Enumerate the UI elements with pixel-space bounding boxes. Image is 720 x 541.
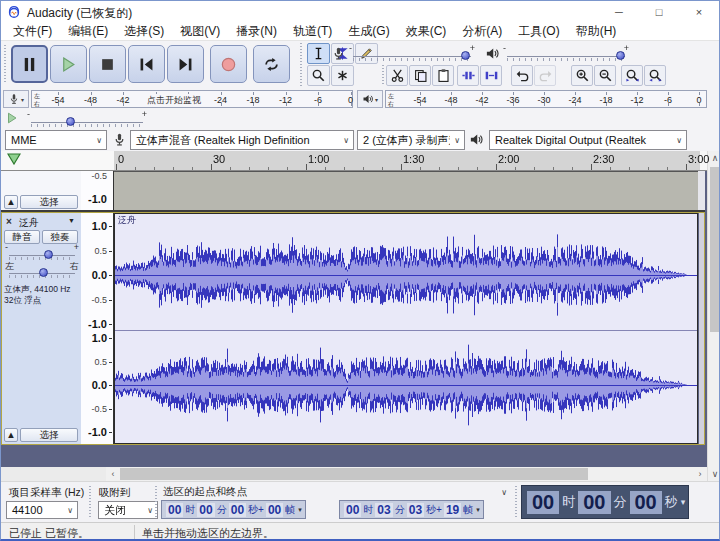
scroll-left-button[interactable]: ‹ [106,467,120,481]
skip-start-button[interactable] [128,45,165,83]
menu-tracks[interactable]: 轨道(T) [285,23,340,40]
select-track-button[interactable]: 选择 [20,428,78,442]
time-digits[interactable]: 00 [578,491,610,514]
menu-effect[interactable]: 效果(C) [398,23,455,40]
partial-track-vertical-ruler[interactable]: -0.5 -1.0 [81,171,113,211]
chevron-down-icon[interactable]: ▾ [298,506,302,514]
undo-button[interactable] [511,65,533,86]
audio-host-combo[interactable]: MME ∨ [5,130,107,150]
time-digits[interactable]: 00 [527,491,559,514]
pause-button[interactable] [11,45,48,83]
multi-tool-button[interactable] [331,65,354,86]
zoom-to-selection-button[interactable] [621,65,643,86]
horizontal-scrollbar[interactable]: ‹ › [1,467,707,481]
redo-button[interactable] [534,65,556,86]
solo-button[interactable]: 独奏 [42,230,78,244]
horizontal-scrollbar-thumb[interactable] [120,468,588,480]
zoom-fit-project-button[interactable] [644,65,666,86]
partial-track-content[interactable] [114,171,698,211]
slider-thumb[interactable] [44,250,53,259]
track-vertical-ruler[interactable]: 1.00.50.0-0.5-1.01.00.50.0-0.5-1.0 [81,213,113,444]
track-name[interactable]: 泛舟 [19,216,39,230]
menu-edit[interactable]: 编辑(E) [60,23,116,40]
recording-volume-slider[interactable]: -+ [349,45,475,63]
menu-transport[interactable]: 播录(N) [228,23,285,40]
vertical-scrollbar[interactable]: ∧ ∨ [707,151,720,481]
select-track-button[interactable]: 选择 [20,195,78,209]
record-button[interactable] [210,45,247,83]
scroll-right-button[interactable]: › [693,467,707,481]
playback-volume-slider[interactable]: -+ [503,45,629,63]
time-digits[interactable]: 00 [166,503,183,517]
menu-file[interactable]: 文件(F) [5,23,60,40]
scroll-down-button[interactable]: ∨ [708,467,720,481]
chevron-down-icon[interactable]: ▾ [681,497,686,507]
recording-device-combo[interactable]: 立体声混音 (Realtek High Definition ∨ [130,130,354,150]
collapse-track-button[interactable]: ▲ [4,195,18,209]
selection-range-combo[interactable]: 选区的起点和终点 ∨ [163,485,511,499]
scroll-up-button[interactable]: ∧ [708,151,720,165]
collapse-track-button[interactable]: ▲ [4,428,18,442]
gain-slider[interactable]: -+ [5,244,79,262]
trim-audio-button[interactable] [457,65,479,86]
zoom-out-button[interactable] [594,65,616,86]
slider-thumb[interactable] [66,117,75,126]
time-digits[interactable]: 00 [197,503,214,517]
project-rate-combo[interactable]: 44100 ∨ [6,501,78,519]
toolbar-grip[interactable] [155,486,157,518]
maximize-button[interactable]: □ [639,1,679,23]
selection-end-field[interactable]: 00时03分03秒+19帧▾ [339,500,484,519]
time-digits[interactable]: 00 [630,491,662,514]
menu-generate[interactable]: 生成(G) [340,23,397,40]
play-button[interactable] [50,45,87,83]
play-speed-slider[interactable]: -+ [27,111,147,129]
menu-tools[interactable]: 工具(O) [510,23,567,40]
minimize-button[interactable]: ─ [599,1,639,23]
pan-slider[interactable]: 左右 [5,262,79,280]
record-meter-button[interactable]: ▾ [3,90,29,108]
loop-button[interactable] [253,45,290,83]
paste-button[interactable] [432,65,454,86]
toolbar-grip[interactable] [382,65,384,86]
track-menu-arrow[interactable]: ▼ [68,217,75,224]
waveform-canvas[interactable] [115,214,697,443]
close-button[interactable]: × [679,1,719,23]
toolbar-grip[interactable] [300,43,302,87]
mute-button[interactable]: 静音 [4,230,40,244]
toolbar-grip[interactable] [4,45,6,83]
toolbar-grip[interactable] [515,486,517,518]
audio-position-field[interactable]: 00时00分00秒▾ [521,485,689,519]
time-digits[interactable]: 00 [229,503,246,517]
toolbar-grip[interactable] [89,486,91,518]
copy-button[interactable] [409,65,431,86]
menu-view[interactable]: 视图(V) [172,23,228,40]
menu-help[interactable]: 帮助(H) [568,23,625,40]
recording-meter[interactable]: 左右-54-48-42-36-30-24-18-12-60点击开始监视 [31,90,353,108]
selection-start-field[interactable]: 00时00分00秒+00帧▾ [161,500,306,519]
slider-thumb[interactable] [616,51,625,60]
time-digits[interactable]: 00 [344,503,361,517]
vertical-scrollbar-thumb[interactable] [710,167,719,332]
audio-clip[interactable]: 泛舟 [114,213,698,444]
cut-button[interactable] [386,65,408,86]
menu-select[interactable]: 选择(S) [116,23,172,40]
close-track-button[interactable]: × [6,216,12,227]
playback-device-combo[interactable]: Realtek Digital Output (Realtek ∨ [489,130,687,150]
playback-meter-button[interactable]: ▾ [357,90,383,108]
menu-analyze[interactable]: 分析(A) [454,23,510,40]
zoom-tool-button[interactable] [307,65,330,86]
slider-thumb[interactable] [461,51,470,60]
zoom-in-button[interactable] [571,65,593,86]
silence-audio-button[interactable] [480,65,502,86]
selection-tool-button[interactable] [307,43,330,64]
play-pin-icon[interactable] [7,153,21,165]
snap-to-combo[interactable]: 关闭 ∨ [98,501,158,519]
time-digits[interactable]: 00 [266,503,283,517]
time-digits[interactable]: 19 [444,503,461,517]
play-at-speed-button[interactable] [5,111,19,125]
time-digits[interactable]: 03 [407,503,424,517]
slider-thumb[interactable] [39,268,48,277]
skip-end-button[interactable] [167,45,204,83]
chevron-down-icon[interactable]: ▾ [476,506,480,514]
track-separator[interactable] [1,210,705,212]
